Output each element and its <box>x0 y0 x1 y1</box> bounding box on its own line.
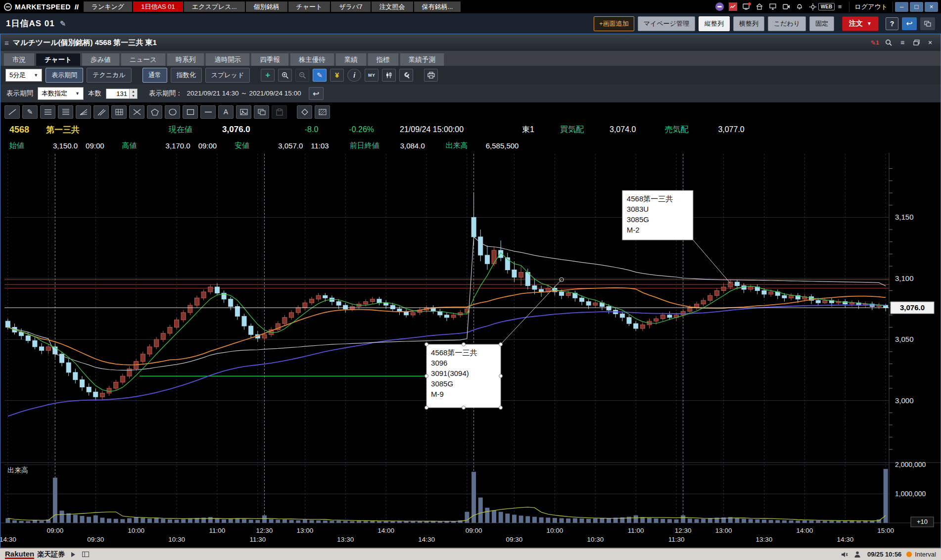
menu-tab-1day-as01[interactable]: 1日信AS 01 <box>133 1 183 12</box>
copy-drawing-icon[interactable] <box>254 105 269 119</box>
zoom-out-icon[interactable] <box>295 69 309 82</box>
bar-count-stepper[interactable]: ▲ ▼ <box>106 89 138 99</box>
annotation-handle[interactable] <box>462 406 466 410</box>
bar-count-input[interactable] <box>106 89 129 98</box>
close-icon[interactable]: × <box>925 2 938 12</box>
display-period-button[interactable]: 表示期間 <box>46 68 83 83</box>
tab-disclosure[interactable]: 適時開示 <box>205 53 250 66</box>
spread-mode-button[interactable]: スプレッド <box>205 68 250 83</box>
horizontal-align-button[interactable]: 横整列 <box>733 16 764 31</box>
menu-tab-zaraba7[interactable]: ザラバ7 <box>331 1 370 12</box>
play-icon[interactable] <box>68 551 78 559</box>
maximize-icon[interactable]: □ <box>910 2 923 12</box>
add-chart-button[interactable]: + <box>261 69 275 82</box>
count-up-icon[interactable]: ▲ <box>130 89 137 94</box>
annotation-handle[interactable] <box>499 343 503 346</box>
draw-ellipse-icon[interactable] <box>165 105 180 119</box>
tab-earnings[interactable]: 業績 <box>335 53 367 66</box>
tab-indicators[interactable]: 指標 <box>368 53 399 66</box>
search-icon[interactable] <box>882 37 895 48</box>
annotation-handle[interactable] <box>462 343 466 346</box>
draw-hline-icon[interactable] <box>200 105 216 119</box>
annotation-handle[interactable] <box>499 374 503 378</box>
draw-multi-lines-icon[interactable] <box>58 105 73 119</box>
annotation-handle[interactable] <box>425 343 428 346</box>
monitor-icon[interactable] <box>767 2 778 11</box>
order-button[interactable]: 注文 ▼ <box>842 16 879 31</box>
menu-icon[interactable]: ≡ <box>834 2 845 11</box>
normal-mode-button[interactable]: 通常 <box>142 68 167 83</box>
pin-layout-button[interactable]: 固定 <box>809 16 834 31</box>
draw-channel-icon[interactable] <box>94 105 109 119</box>
mypage-manage-button[interactable]: マイページ管理 <box>638 16 695 31</box>
window-close-icon[interactable]: × <box>924 37 937 48</box>
logout-button[interactable]: ログアウト <box>849 1 893 12</box>
menu-tab-ranking[interactable]: ランキング <box>84 1 133 12</box>
menu-tab-chart[interactable]: チャート <box>288 1 330 12</box>
tab-chart[interactable]: チャート <box>36 53 81 66</box>
panel-toggle-icon[interactable] <box>81 551 91 559</box>
ispeed-icon[interactable] <box>727 2 738 11</box>
speaker-icon[interactable] <box>840 551 849 559</box>
tab-news[interactable]: ニュース <box>121 53 166 66</box>
draw-stamp-icon[interactable] <box>236 105 251 119</box>
edit-workspace-icon[interactable]: ✎ <box>60 19 66 28</box>
chart-type-icon[interactable] <box>382 69 396 82</box>
draw-text-icon[interactable]: A <box>218 105 234 119</box>
info-button[interactable]: i <box>347 69 361 82</box>
add-screen-button[interactable]: +画面追加 <box>594 16 634 31</box>
zoom-in-icon[interactable] <box>278 69 292 82</box>
tab-market[interactable]: 市況 <box>3 53 35 66</box>
timeframe-select[interactable]: 5分足 ▼ <box>5 69 42 82</box>
annotation-handle[interactable] <box>425 406 428 410</box>
bell-icon[interactable] <box>794 2 805 11</box>
paste-drawing-icon[interactable] <box>272 105 287 119</box>
count-down-icon[interactable]: ▼ <box>130 93 137 98</box>
candlestick-chart[interactable]: 3,1503,1003,0503,0002,000,0001,000,0003,… <box>0 153 941 548</box>
web-badge[interactable]: WEB <box>821 2 832 11</box>
menu-tab-individual-stock[interactable]: 個別銘柄 <box>246 1 287 12</box>
tile-windows-button[interactable] <box>920 17 935 30</box>
tab-timeseries[interactable]: 時系列 <box>167 53 205 66</box>
my-chart-button[interactable]: MY <box>365 69 378 82</box>
tab-earnings-forecast[interactable]: 業績予測 <box>400 53 444 66</box>
draw-mode-button[interactable]: ✎ <box>313 69 327 82</box>
tab-shareholder-benefit[interactable]: 株主優待 <box>290 53 334 66</box>
annotation-handle[interactable] <box>499 406 503 410</box>
draw-trendline-icon[interactable] <box>4 105 20 119</box>
annotation-handle[interactable] <box>425 374 428 378</box>
custom-align-button[interactable]: こだわり <box>768 16 806 31</box>
menu-tab-holdings[interactable]: 保有銘柄... <box>414 1 461 12</box>
draw-fan-icon[interactable] <box>76 105 91 119</box>
return-button[interactable]: ↩ <box>902 17 917 30</box>
yen-display-button[interactable]: ¥ <box>330 69 344 82</box>
draw-parallel-lines-icon[interactable] <box>40 105 55 119</box>
draw-pattern-icon[interactable] <box>315 105 330 119</box>
app-purple-icon[interactable] <box>714 2 725 11</box>
help-button[interactable]: ? <box>886 17 898 30</box>
menu-tab-express[interactable]: エクスプレス... <box>184 1 245 12</box>
draw-polygon-icon[interactable] <box>147 105 162 119</box>
settings-wrench-icon[interactable] <box>399 69 413 82</box>
vertical-align-button[interactable]: 縦整列 <box>699 16 730 31</box>
window-menu-icon[interactable]: ≡ <box>896 37 909 48</box>
tab-tick[interactable]: 歩み値 <box>82 53 120 66</box>
technical-button[interactable]: テクニカル <box>87 68 132 83</box>
print-icon[interactable] <box>424 69 438 82</box>
tab-shikiho[interactable]: 四季報 <box>251 53 289 66</box>
draw-diamond-icon[interactable] <box>297 105 312 119</box>
link-group-icon[interactable]: ✎1 <box>868 37 881 48</box>
draw-gann-grid-icon[interactable] <box>111 105 127 119</box>
draw-rectangle-icon[interactable] <box>183 105 198 119</box>
reset-period-icon[interactable]: ↩ <box>309 87 324 100</box>
restore-icon[interactable] <box>910 37 923 48</box>
minimize-icon[interactable]: – <box>895 2 908 12</box>
video-icon[interactable] <box>781 2 792 11</box>
notification-icon[interactable] <box>741 2 752 11</box>
draw-pencil-icon[interactable]: ✎ <box>22 105 38 119</box>
period-mode-select[interactable]: 本数指定 ▼ <box>38 87 84 100</box>
indexed-mode-button[interactable]: 指数化 <box>171 68 202 83</box>
user-icon[interactable] <box>852 551 862 559</box>
window-titlebar[interactable]: ≡ マルチツール(個別銘柄) 4568 第一三共 東1 ✎1 ≡ × <box>0 34 941 51</box>
draw-cross-lines-icon[interactable] <box>129 105 144 119</box>
